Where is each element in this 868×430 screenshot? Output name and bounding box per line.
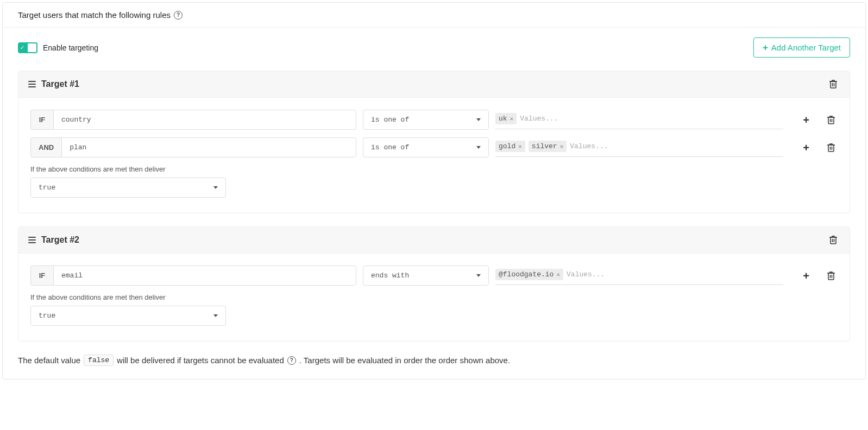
add-rule-button[interactable]: +: [800, 113, 813, 127]
rule-actions: +: [800, 113, 838, 127]
footer-pre: The default value: [18, 356, 80, 365]
svg-rect-0: [831, 81, 836, 88]
values-placeholder: Values...: [520, 115, 558, 123]
value-tag: silver ✕: [529, 141, 567, 152]
plus-icon: +: [763, 43, 768, 52]
attribute-group: ANDplan: [30, 137, 356, 157]
values-placeholder: Values...: [567, 270, 605, 279]
value-tag: uk ✕: [495, 113, 517, 124]
attribute-group: IFemail: [30, 265, 356, 286]
remove-tag-icon[interactable]: ✕: [556, 271, 560, 278]
footer-mid: will be delivered if targets cannot be e…: [117, 356, 284, 365]
default-value-badge: false: [84, 355, 114, 366]
delete-target-button[interactable]: [827, 233, 840, 246]
panel-body: ✓ Enable targeting + Add Another Target …: [3, 28, 865, 379]
operator-value: ends with: [371, 271, 409, 280]
attribute-input[interactable]: plan: [61, 137, 356, 157]
panel-header: Target users that match the following ru…: [3, 3, 865, 28]
operator-value: is one of: [371, 116, 409, 124]
enable-targeting-group: ✓ Enable targeting: [18, 42, 98, 53]
chevron-down-icon: [476, 274, 481, 277]
deliver-value: true: [39, 184, 55, 192]
svg-rect-3: [831, 237, 836, 244]
operator-select[interactable]: ends with: [363, 265, 489, 286]
add-rule-button[interactable]: +: [800, 269, 813, 282]
target-header: Target #1: [18, 71, 850, 98]
toggle-knob: [28, 43, 36, 52]
values-input[interactable]: gold ✕silver ✕Values...: [495, 138, 783, 157]
target-card: Target #1IFcountryis one ofuk ✕Values...…: [18, 71, 850, 213]
rule-row: ANDplanis one ofgold ✕silver ✕Values...+: [30, 137, 838, 157]
rule-row: IFcountryis one ofuk ✕Values...+: [30, 110, 838, 130]
operator-select[interactable]: is one of: [363, 137, 489, 157]
rule-actions: +: [800, 269, 838, 282]
drag-handle-icon[interactable]: [28, 237, 36, 243]
operator-value: is one of: [371, 143, 409, 151]
svg-rect-2: [828, 145, 834, 151]
check-icon: ✓: [20, 45, 24, 50]
add-another-target-button[interactable]: + Add Another Target: [753, 37, 850, 58]
svg-rect-4: [828, 273, 834, 280]
plus-icon: +: [803, 142, 809, 153]
footer-note: The default value false will be delivere…: [18, 355, 850, 366]
target-body: IFemailends with@floodgate.io ✕Values...…: [18, 254, 850, 341]
help-icon[interactable]: ?: [174, 11, 183, 20]
attribute-input[interactable]: country: [53, 110, 356, 130]
deliver-select[interactable]: true: [30, 178, 226, 198]
top-row: ✓ Enable targeting + Add Another Target: [18, 37, 850, 58]
chevron-down-icon: [476, 146, 481, 149]
panel-title: Target users that match the following ru…: [18, 10, 171, 20]
value-tag: gold ✕: [495, 141, 525, 152]
deliver-select[interactable]: true: [30, 306, 226, 326]
chevron-down-icon: [213, 314, 218, 317]
add-rule-button[interactable]: +: [800, 141, 813, 154]
operator-select[interactable]: is one of: [363, 110, 489, 130]
attribute-input[interactable]: email: [53, 265, 356, 286]
delete-target-button[interactable]: [827, 78, 840, 91]
rule-prefix: IF: [30, 265, 53, 286]
values-input[interactable]: @floodgate.io ✕Values...: [495, 267, 783, 285]
targeting-panel: Target users that match the following ru…: [2, 2, 866, 380]
chevron-down-icon: [476, 118, 481, 121]
rule-prefix: AND: [30, 137, 61, 157]
target-header: Target #2: [18, 227, 850, 254]
target-header-left: Target #2: [28, 235, 79, 245]
rule-actions: +: [800, 141, 838, 154]
delete-rule-button[interactable]: [825, 269, 838, 282]
target-card: Target #2IFemailends with@floodgate.io ✕…: [18, 226, 850, 342]
value-tag: @floodgate.io ✕: [495, 269, 563, 280]
delete-rule-button[interactable]: [825, 141, 838, 154]
deliver-label: If the above conditions are met then del…: [30, 165, 838, 173]
plus-icon: +: [803, 115, 809, 125]
footer-post: . Targets will be evaluated in order the…: [299, 356, 510, 365]
svg-rect-1: [828, 117, 834, 124]
add-another-target-label: Add Another Target: [771, 43, 841, 52]
chevron-down-icon: [213, 186, 218, 189]
values-placeholder: Values...: [570, 142, 608, 150]
target-header-left: Target #1: [28, 79, 79, 89]
remove-tag-icon[interactable]: ✕: [510, 115, 514, 122]
rule-prefix: IF: [30, 110, 53, 130]
enable-targeting-toggle[interactable]: ✓: [18, 42, 37, 53]
delete-rule-button[interactable]: [825, 113, 838, 127]
values-input[interactable]: uk ✕Values...: [495, 111, 783, 129]
plus-icon: +: [803, 270, 809, 281]
remove-tag-icon[interactable]: ✕: [518, 143, 522, 150]
deliver-label: If the above conditions are met then del…: [30, 293, 838, 301]
remove-tag-icon[interactable]: ✕: [560, 143, 564, 150]
deliver-value: true: [39, 312, 55, 320]
attribute-group: IFcountry: [30, 110, 356, 130]
help-icon[interactable]: ?: [287, 356, 296, 365]
target-body: IFcountryis one ofuk ✕Values...+ANDplani…: [18, 98, 850, 213]
rule-row: IFemailends with@floodgate.io ✕Values...…: [30, 265, 838, 286]
target-title: Target #2: [41, 235, 79, 245]
drag-handle-icon[interactable]: [28, 81, 36, 87]
enable-targeting-label: Enable targeting: [43, 43, 98, 52]
target-title: Target #1: [41, 79, 79, 89]
